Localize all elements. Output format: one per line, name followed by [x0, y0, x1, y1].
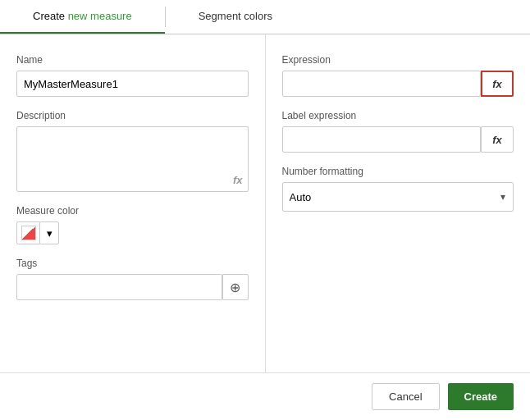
- description-label: Description: [16, 110, 249, 121]
- fx-symbol-label: fx: [492, 134, 502, 146]
- label-expression-input[interactable]: [282, 126, 482, 153]
- tab-create-measure[interactable]: Create new measure: [0, 0, 165, 34]
- color-dropdown-button[interactable]: [39, 221, 59, 244]
- tab-bar: Create new measure Segment colors: [0, 0, 530, 34]
- number-formatting-field-group: Number formatting Auto Number Money Date…: [282, 166, 514, 212]
- expression-label: Expression: [282, 54, 514, 66]
- tab-highlight: new measure: [68, 10, 132, 22]
- color-row: [16, 221, 249, 244]
- name-field-group: Name: [16, 54, 249, 97]
- tags-field-group: Tags ⊕: [16, 258, 249, 300]
- right-panel: Expression fx Label expression fx Number…: [266, 34, 531, 372]
- cancel-button[interactable]: Cancel: [372, 383, 439, 410]
- left-panel: Name Description fx Measure color: [0, 34, 266, 372]
- create-button[interactable]: Create: [448, 383, 514, 410]
- tags-row: ⊕: [16, 274, 249, 300]
- tags-input[interactable]: [16, 274, 222, 300]
- color-label: Measure color: [16, 205, 249, 217]
- description-box[interactable]: fx: [16, 126, 249, 192]
- name-input[interactable]: [16, 71, 249, 97]
- name-label: Name: [16, 54, 249, 66]
- content-area: Name Description fx Measure color: [0, 34, 530, 372]
- expression-row: fx: [282, 71, 514, 97]
- number-formatting-select-wrapper: Auto Number Money Date Duration Custom ▾: [282, 182, 514, 212]
- color-field-group: Measure color: [16, 205, 249, 244]
- footer: Cancel Create: [0, 372, 530, 420]
- fx-icon-description: fx: [233, 174, 243, 186]
- number-formatting-select[interactable]: Auto Number Money Date Duration Custom: [282, 182, 514, 212]
- label-expression-label: Label expression: [282, 110, 514, 121]
- label-expression-row: fx: [282, 126, 514, 153]
- color-swatch: [21, 226, 36, 240]
- chevron-down-icon: [47, 227, 53, 240]
- tab-segment-colors-label: Segment colors: [199, 10, 272, 22]
- description-field-group: Description fx: [16, 110, 249, 192]
- label-expression-field-group: Label expression fx: [282, 110, 514, 153]
- plus-circle-icon: ⊕: [230, 280, 240, 295]
- tags-add-button[interactable]: ⊕: [222, 274, 249, 300]
- number-formatting-label: Number formatting: [282, 166, 514, 177]
- color-preview[interactable]: [16, 221, 39, 244]
- label-expression-fx-button[interactable]: fx: [481, 126, 514, 153]
- tab-segment-colors[interactable]: Segment colors: [166, 0, 305, 34]
- fx-symbol-expression: fx: [492, 78, 502, 90]
- tags-label: Tags: [16, 258, 249, 269]
- expression-field-group: Expression fx: [282, 54, 514, 97]
- expression-fx-button[interactable]: fx: [481, 71, 514, 97]
- expression-input[interactable]: [282, 71, 482, 97]
